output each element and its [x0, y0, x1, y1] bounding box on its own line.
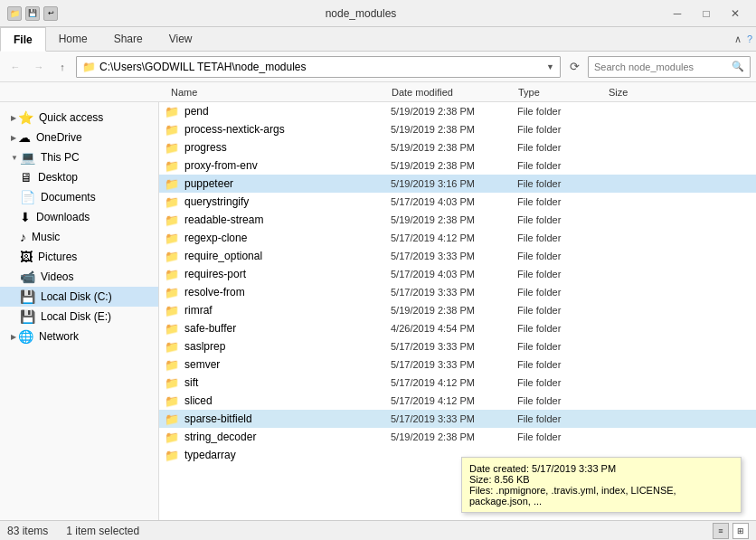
file-row[interactable]: 📁 rimraf 5/19/2019 2:38 PM File folder [159, 301, 756, 319]
file-row[interactable]: 📁 puppeteer 5/19/2019 3:16 PM File folde… [159, 175, 756, 193]
file-row[interactable]: 📁 semver 5/17/2019 3:33 PM File folder [159, 355, 756, 374]
sidebar-item-downloads[interactable]: ⬇ Downloads [0, 207, 158, 227]
expand-icon: ▼ [11, 154, 18, 162]
tab-home[interactable]: Home [46, 27, 101, 51]
address-bar: ← → ↑ 📁 ▼ ⟳ 🔍 [0, 52, 756, 82]
file-row[interactable]: 📁 sparse-bitfield 5/17/2019 3:33 PM File… [159, 410, 756, 428]
col-header-date[interactable]: Date modified [392, 87, 518, 98]
sidebar-item-local-disk-c[interactable]: 💾 Local Disk (C:) [0, 287, 158, 307]
forward-button[interactable]: → [29, 57, 49, 77]
folder-icon: 📁 [165, 412, 179, 426]
file-type: File folder [517, 214, 608, 225]
file-row[interactable]: 📁 resolve-from 5/17/2019 3:33 PM File fo… [159, 283, 756, 301]
address-dropdown-icon[interactable]: ▼ [546, 62, 554, 71]
refresh-button[interactable]: ⟳ [564, 57, 584, 77]
local-disk-c-icon: 💾 [20, 289, 35, 304]
sidebar-item-videos[interactable]: 📹 Videos [0, 267, 158, 287]
help-button[interactable]: ? [747, 33, 752, 44]
sidebar-item-onedrive[interactable]: ▶ ☁ OneDrive [0, 128, 158, 147]
file-date: 5/19/2019 3:16 PM [391, 178, 517, 189]
file-date: 5/17/2019 3:33 PM [391, 359, 517, 370]
tooltip-line3: Files: .npmignore, .travis.yml, index, L… [469, 485, 733, 507]
col-header-type[interactable]: Type [518, 87, 609, 98]
tab-share[interactable]: Share [101, 27, 156, 51]
sidebar-item-label: Videos [41, 270, 73, 283]
file-name: semver [184, 358, 391, 371]
sidebar-item-pictures[interactable]: 🖼 Pictures [0, 247, 158, 267]
file-row[interactable]: 📁 readable-stream 5/19/2019 2:38 PM File… [159, 211, 756, 229]
file-row[interactable]: 📁 sliced 5/17/2019 4:12 PM File folder [159, 392, 756, 410]
file-date: 5/17/2019 3:33 PM [391, 287, 517, 298]
column-headers: Name Date modified Type Size [0, 82, 756, 102]
sidebar-item-label: Desktop [38, 171, 78, 184]
file-row[interactable]: 📁 requires-port 5/17/2019 4:03 PM File f… [159, 265, 756, 283]
address-input[interactable] [99, 61, 543, 73]
file-name: requires-port [184, 268, 391, 280]
file-date: 5/17/2019 4:03 PM [391, 196, 517, 207]
tab-file[interactable]: File [0, 27, 46, 52]
folder-icon: 📁 [165, 159, 179, 173]
sidebar-item-documents[interactable]: 📄 Documents [0, 187, 158, 207]
file-type: File folder [517, 377, 608, 388]
sidebar-item-this-pc[interactable]: ▼ 💻 This PC [0, 147, 158, 167]
file-date: 5/19/2019 2:38 PM [391, 305, 517, 316]
restore-button[interactable]: □ [693, 5, 720, 23]
file-row[interactable]: 📁 require_optional 5/17/2019 3:33 PM Fil… [159, 247, 756, 265]
file-date: 4/26/2019 4:54 PM [391, 323, 517, 334]
music-icon: ♪ [20, 230, 26, 244]
file-date: 5/17/2019 4:12 PM [391, 377, 517, 388]
file-name: process-nextick-args [184, 123, 391, 136]
file-type: File folder [517, 251, 608, 261]
file-row[interactable]: 📁 progress 5/19/2019 2:38 PM File folder [159, 138, 756, 156]
folder-icon: 📁 [165, 177, 179, 191]
sidebar-item-label: Music [32, 231, 60, 243]
tab-view[interactable]: View [156, 27, 206, 51]
file-row[interactable]: 📁 string_decoder 5/19/2019 2:38 PM File … [159, 428, 756, 446]
file-name: rimraf [184, 304, 391, 317]
sidebar-item-music[interactable]: ♪ Music [0, 227, 158, 247]
quick-save-icon: 💾 [25, 6, 40, 21]
file-name: require_optional [184, 250, 391, 262]
close-button[interactable]: ✕ [722, 5, 749, 23]
file-type: File folder [517, 395, 608, 406]
file-date: 5/19/2019 2:38 PM [391, 142, 517, 153]
quick-access-icon: ⭐ [18, 110, 33, 125]
sidebar-item-network[interactable]: ▶ 🌐 Network [0, 327, 158, 346]
sidebar-item-desktop[interactable]: 🖥 Desktop [0, 167, 158, 187]
file-name: sift [184, 376, 391, 389]
file-row[interactable]: 📁 safe-buffer 4/26/2019 4:54 PM File fol… [159, 319, 756, 337]
file-row[interactable]: 📁 querystringify 5/17/2019 4:03 PM File … [159, 193, 756, 211]
file-row[interactable]: 📁 process-nextick-args 5/19/2019 2:38 PM… [159, 120, 756, 138]
file-name: resolve-from [184, 286, 391, 298]
file-row[interactable]: 📁 saslprep 5/17/2019 3:33 PM File folder [159, 337, 756, 355]
sidebar-item-quick-access[interactable]: ▶ ⭐ Quick access [0, 108, 158, 128]
file-type: File folder [517, 359, 608, 370]
file-date: 5/17/2019 3:33 PM [391, 413, 517, 424]
back-button[interactable]: ← [5, 57, 25, 77]
search-icon: 🔍 [732, 61, 744, 72]
col-header-size[interactable]: Size [609, 87, 681, 98]
details-view-btn[interactable]: ≡ [713, 523, 729, 539]
view-controls: ≡ ⊞ [713, 523, 749, 539]
tooltip-line1: Date created: 5/17/2019 3:33 PM [469, 463, 733, 474]
minimize-button[interactable]: ─ [664, 5, 691, 23]
file-type: File folder [517, 178, 608, 189]
file-type: File folder [517, 431, 608, 442]
file-row[interactable]: 📁 regexp-clone 5/17/2019 4:12 PM File fo… [159, 229, 756, 247]
file-name: regexp-clone [184, 232, 391, 244]
local-disk-e-icon: 💾 [20, 309, 35, 324]
file-row[interactable]: 📁 sift 5/17/2019 4:12 PM File folder [159, 374, 756, 392]
up-button[interactable]: ↑ [52, 57, 72, 77]
search-input[interactable] [594, 62, 732, 72]
sidebar-item-local-disk-e[interactable]: 💾 Local Disk (E:) [0, 307, 158, 327]
search-wrap[interactable]: 🔍 [588, 56, 751, 78]
sidebar-item-label: Pictures [38, 251, 77, 263]
onedrive-icon: ☁ [18, 130, 31, 145]
file-row[interactable]: 📁 pend 5/19/2019 2:38 PM File folder [159, 102, 756, 120]
file-row[interactable]: 📁 proxy-from-env 5/19/2019 2:38 PM File … [159, 156, 756, 175]
address-input-wrap[interactable]: 📁 ▼ [76, 56, 561, 78]
col-header-name[interactable]: Name [165, 87, 392, 98]
tiles-view-btn[interactable]: ⊞ [732, 523, 749, 539]
file-type: File folder [517, 413, 608, 424]
ribbon-expand-btn[interactable]: ∧ [734, 33, 742, 45]
